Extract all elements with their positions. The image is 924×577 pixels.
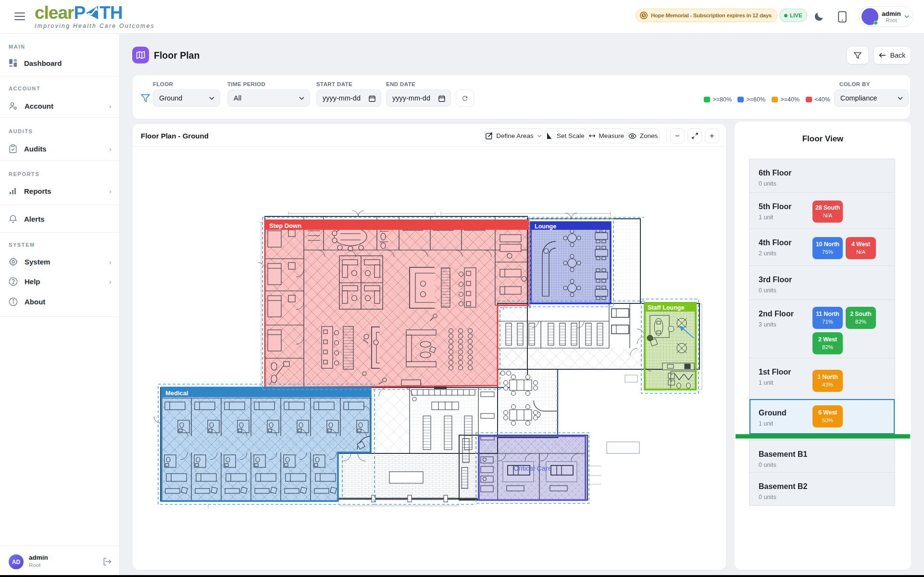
svg-text:Medical: Medical [165,389,188,397]
svg-text:Critical Care: Critical Care [513,464,552,472]
svg-text:Staff Lounge: Staff Lounge [648,304,684,311]
svg-text:Lounge: Lounge [535,223,556,230]
svg-text:Step Down: Step Down [269,222,301,229]
